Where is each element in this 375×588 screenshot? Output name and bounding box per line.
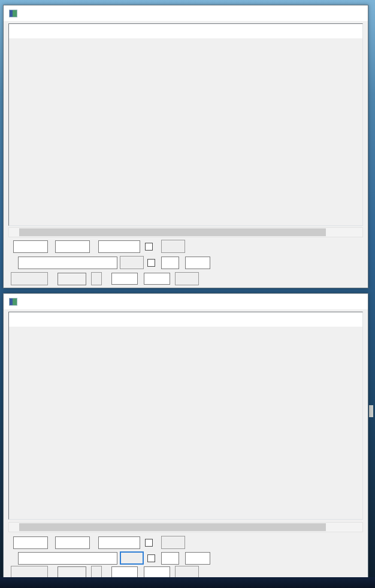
frame-type-select[interactable]	[13, 240, 48, 253]
send-data-row	[4, 551, 368, 565]
frame-format-select[interactable]	[55, 536, 90, 549]
loop-send-checkbox[interactable]	[147, 259, 155, 267]
interval-input[interactable]	[161, 257, 179, 269]
table-body	[9, 38, 362, 225]
table-body	[9, 327, 362, 519]
frame-id-input[interactable]	[98, 536, 140, 549]
title-bar[interactable]	[4, 5, 368, 21]
desktop-top-edge	[0, 0, 375, 3]
scroll-left-icon[interactable]	[9, 523, 19, 532]
clear-screen-button[interactable]	[161, 536, 185, 549]
count-input[interactable]	[185, 552, 210, 565]
scrollbar-thumb[interactable]	[19, 523, 326, 531]
scrollbar-thumb[interactable]	[19, 228, 326, 236]
maximize-button[interactable]	[313, 5, 340, 21]
scroll-right-icon[interactable]	[353, 523, 362, 532]
recv-frames-count	[111, 566, 138, 578]
table-header-row	[9, 24, 362, 38]
maximize-button[interactable]	[313, 294, 340, 309]
title-bar[interactable]	[4, 294, 368, 309]
frame-type-select[interactable]	[13, 536, 48, 549]
app-icon	[9, 10, 17, 17]
sent-frames-count	[144, 273, 170, 285]
send-data-input[interactable]	[18, 552, 117, 565]
table-header-row	[9, 312, 362, 327]
scroll-right-icon[interactable]	[353, 228, 362, 237]
loop-send-checkbox[interactable]	[147, 554, 155, 562]
horizontal-scrollbar[interactable]	[8, 522, 363, 532]
count-input[interactable]	[185, 257, 210, 269]
frame-config-row	[4, 536, 368, 549]
can-helper-window-2	[3, 5, 368, 288]
send-data-row	[4, 256, 368, 269]
horizontal-scrollbar[interactable]	[8, 227, 363, 237]
device-row	[4, 272, 368, 285]
reset-counters-button[interactable]	[175, 272, 199, 285]
more-settings-button[interactable]	[91, 272, 102, 285]
close-button[interactable]	[340, 294, 368, 309]
scroll-left-icon[interactable]	[9, 228, 19, 237]
close-button[interactable]	[340, 5, 368, 21]
stop-button[interactable]	[120, 551, 144, 565]
taskbar	[0, 577, 375, 588]
frame-format-select[interactable]	[55, 240, 90, 253]
send-data-input[interactable]	[18, 257, 117, 269]
id-auto-increment-checkbox[interactable]	[145, 539, 153, 547]
id-auto-increment-checkbox[interactable]	[145, 243, 153, 251]
app-icon	[9, 298, 17, 306]
recv-frames-count	[111, 273, 138, 285]
can-log-table	[8, 23, 363, 226]
can-helper-window-1	[3, 293, 368, 578]
can-log-table	[8, 312, 363, 520]
minimize-button[interactable]	[285, 5, 313, 21]
interval-input[interactable]	[161, 552, 179, 565]
clear-screen-button[interactable]	[161, 240, 185, 253]
sent-frames-count	[144, 566, 170, 578]
close-device-button[interactable]	[11, 272, 48, 285]
send-button[interactable]	[120, 256, 144, 269]
frame-config-row	[4, 240, 368, 253]
frame-id-input[interactable]	[98, 240, 140, 253]
baud-rate-select[interactable]	[58, 273, 86, 285]
minimize-button[interactable]	[285, 294, 313, 309]
desktop-icon-fragment	[369, 405, 373, 417]
